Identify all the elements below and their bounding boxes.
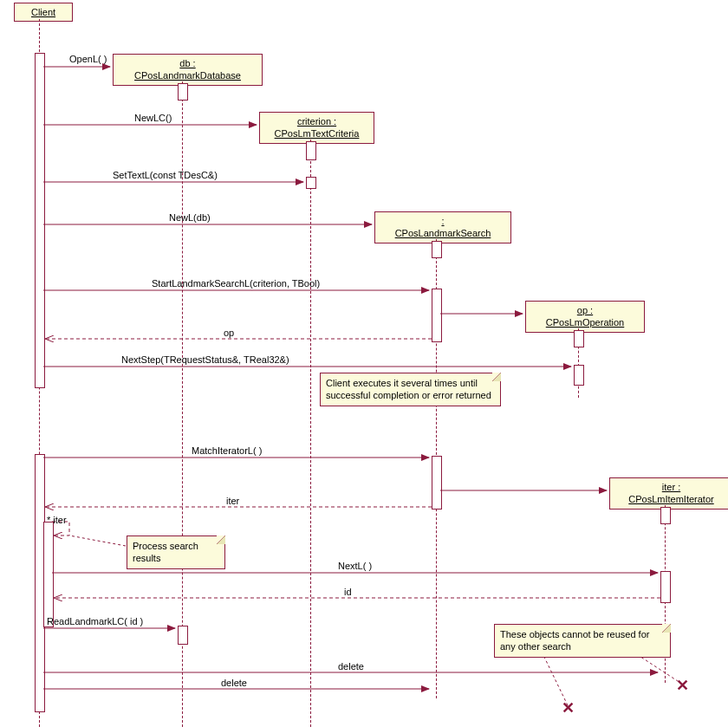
msg-openl: OpenL( ) bbox=[69, 54, 107, 64]
note-nextstep: Client executes it several times until s… bbox=[320, 373, 501, 406]
msg-settextl: SetTextL(const TDesC&) bbox=[113, 170, 218, 180]
sequence-diagram: Client db : CPosLandmarkDatabase criteri… bbox=[0, 0, 728, 727]
msg-delete1: delete bbox=[338, 661, 364, 672]
msg-idreturn: id bbox=[344, 587, 352, 597]
svg-line-17 bbox=[542, 652, 568, 705]
msg-iterreturn: iter bbox=[226, 496, 239, 506]
note-process: Process search results bbox=[127, 536, 225, 569]
msg-iterloop: * iter bbox=[47, 515, 67, 525]
msg-opreturn: op bbox=[224, 328, 234, 338]
destroy-search-icon: ✕ bbox=[562, 698, 575, 717]
destroy-iter-icon: ✕ bbox=[676, 676, 689, 695]
msg-matchiterator: MatchIteratorL( ) bbox=[192, 445, 262, 456]
msg-readlandmark: ReadLandmarkLC( id ) bbox=[47, 616, 143, 626]
msg-nextl: NextL( ) bbox=[338, 561, 372, 571]
svg-line-16 bbox=[69, 536, 126, 546]
msg-startsearch: StartLandmarkSearchL(criterion, TBool) bbox=[152, 278, 320, 289]
msg-nextstep: NextStep(TRequestStatus&, TReal32&) bbox=[121, 354, 289, 365]
msg-newldb: NewL(db) bbox=[169, 212, 211, 223]
msg-delete2: delete bbox=[221, 678, 247, 688]
msg-newlc: NewLC() bbox=[134, 113, 172, 123]
note-reuse: These objects cannot be reused for any o… bbox=[494, 624, 671, 658]
